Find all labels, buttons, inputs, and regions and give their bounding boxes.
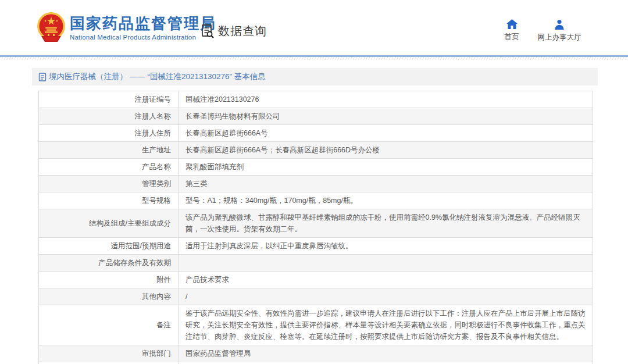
table-row: 批准日期2021-04-19 bbox=[39, 362, 593, 364]
row-value bbox=[179, 255, 593, 272]
header-separator bbox=[0, 55, 628, 60]
row-label: 型号规格 bbox=[39, 192, 179, 209]
row-label: 其他内容 bbox=[39, 288, 179, 305]
row-value: 产品技术要求 bbox=[179, 272, 593, 288]
row-label: 管理类别 bbox=[39, 176, 179, 192]
brand-title: 国家药品监督管理局 bbox=[70, 15, 216, 32]
table-row: 型号规格型号：A1；规格：340mg/瓶，170mg/瓶，85mg/瓶。 bbox=[39, 192, 593, 209]
row-value: 国械注准20213130276 bbox=[179, 91, 593, 108]
nav-home-label: 首页 bbox=[505, 32, 519, 42]
page-title-bar: 境内医疗器械（注册） —— “国械注准20213130276” 基本信息 bbox=[32, 68, 598, 85]
nav-home[interactable]: 首页 bbox=[501, 19, 522, 42]
table-row: 适用范围/预期用途适用于注射到真皮深层，以纠正中重度鼻唇沟皱纹。 bbox=[39, 238, 593, 255]
row-value: 第三类 bbox=[179, 176, 593, 192]
row-label: 批准日期 bbox=[39, 362, 179, 364]
row-value: 国家药品监督管理局 bbox=[179, 345, 593, 362]
table-row: 备注鉴于该产品远期安全性、有效性尚需进一步追踪，建议申请人在注册后进行以下工作：… bbox=[39, 305, 593, 345]
row-value: 长春圣博玛生物材料有限公司 bbox=[179, 108, 593, 125]
row-label: 附件 bbox=[39, 272, 179, 288]
row-label: 产品名称 bbox=[39, 159, 179, 176]
table-row: 管理类别第三类 bbox=[39, 176, 593, 192]
row-label: 备注 bbox=[39, 305, 179, 345]
table-row: 生产地址长春高新区超群街666A号；长春高新区超群街666D号办公楼 bbox=[39, 142, 593, 159]
site-header: 国家药品监督管理局 National Medical Products Admi… bbox=[0, 0, 628, 55]
home-icon bbox=[506, 19, 518, 29]
nav-online-service-hall[interactable]: 网上办事大厅 bbox=[531, 19, 587, 42]
brand-subtitle: National Medical Products Administration bbox=[70, 34, 216, 41]
brand-block: 国家药品监督管理局 National Medical Products Admi… bbox=[70, 15, 216, 41]
row-label: 适用范围/预期用途 bbox=[39, 238, 179, 255]
row-value: 长春高新区超群街666A号；长春高新区超群街666D号办公楼 bbox=[179, 142, 593, 159]
row-label: 生产地址 bbox=[39, 142, 179, 159]
row-label: 注册人住所 bbox=[39, 125, 179, 142]
nav-hall-label: 网上办事大厅 bbox=[538, 33, 581, 42]
row-value: 2021-04-19 bbox=[179, 362, 593, 364]
row-value: 聚乳酸面部填充剂 bbox=[179, 159, 593, 176]
table-row: 审批部门国家药品监督管理局 bbox=[39, 345, 593, 362]
row-label: 审批部门 bbox=[39, 345, 179, 362]
row-value: 型号：A1；规格：340mg/瓶，170mg/瓶，85mg/瓶。 bbox=[179, 192, 593, 209]
document-search-icon bbox=[200, 24, 215, 39]
row-value: 长春高新区超群街666A号 bbox=[179, 125, 593, 142]
row-value: / bbox=[179, 288, 593, 305]
row-value: 该产品为聚乳酸微球、甘露醇和羧甲基纤维素钠组成的冻干粉，使用前需经0.9%氯化钠… bbox=[179, 209, 593, 238]
document-icon bbox=[38, 73, 47, 81]
row-label: 注册证编号 bbox=[39, 91, 179, 108]
table-row: 产品储存条件及有效期 bbox=[39, 255, 593, 272]
table-row: 注册证编号国械注准20213130276 bbox=[39, 91, 593, 108]
data-query-section[interactable]: 数据查询 bbox=[200, 23, 267, 39]
row-label: 注册人名称 bbox=[39, 108, 179, 125]
user-icon bbox=[554, 19, 565, 30]
national-emblem-icon bbox=[37, 12, 66, 44]
row-value: 鉴于该产品远期安全性、有效性尚需进一步追踪，建议申请人在注册后进行以下工作：注册… bbox=[179, 305, 593, 345]
registration-info-table: 注册证编号国械注准20213130276注册人名称长春圣博玛生物材料有限公司注册… bbox=[38, 91, 593, 364]
table-row: 结构及组成/主要组成成分该产品为聚乳酸微球、甘露醇和羧甲基纤维素钠组成的冻干粉，… bbox=[39, 209, 593, 238]
row-value: 适用于注射到真皮深层，以纠正中重度鼻唇沟皱纹。 bbox=[179, 238, 593, 255]
table-row: 注册人住所长春高新区超群街666A号 bbox=[39, 125, 593, 142]
data-query-label: 数据查询 bbox=[218, 23, 267, 39]
table-row: 其他内容/ bbox=[39, 288, 593, 305]
table-row: 注册人名称长春圣博玛生物材料有限公司 bbox=[39, 108, 593, 125]
table-row: 附件产品技术要求 bbox=[39, 272, 593, 288]
row-label: 产品储存条件及有效期 bbox=[39, 255, 179, 272]
nmpa-emblem-logo bbox=[37, 12, 66, 44]
table-row: 产品名称聚乳酸面部填充剂 bbox=[39, 159, 593, 176]
page-title: 境内医疗器械（注册） —— “国械注准20213130276” 基本信息 bbox=[49, 72, 266, 82]
row-label: 结构及组成/主要组成成分 bbox=[39, 209, 179, 238]
